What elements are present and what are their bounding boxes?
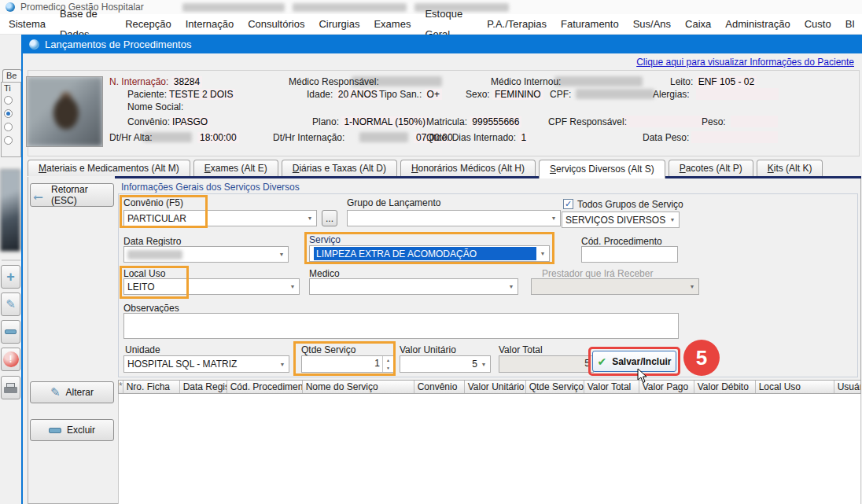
convenio-label: Convênio: [127, 116, 170, 127]
medico-responsavel-label: Médico Responsável: [289, 76, 379, 87]
radio-button[interactable] [4, 96, 13, 105]
grupo-lancamento-select[interactable]: ▼ [347, 210, 561, 226]
convenio-select[interactable]: PARTICULAR▼ [123, 210, 317, 226]
menu-item-p-a-terapias[interactable]: P.A./Terapias [480, 14, 554, 35]
menu-item-consultorios[interactable]: Consultórios [241, 14, 311, 35]
tab-exames-alt-e[interactable]: Exames (Alt E) [193, 160, 278, 176]
grid-column-valor-unitario[interactable]: Valor Unitário [465, 381, 526, 393]
convenio-value: IPASGO [170, 116, 210, 127]
radio-button[interactable] [4, 136, 13, 145]
local-uso-select[interactable]: LEITO▼ [123, 278, 300, 295]
dropdown-arrow-icon[interactable]: ▼ [666, 212, 679, 227]
printer-icon [4, 383, 17, 393]
grupo-servico-select[interactable]: SERVIÇOS DIVERSOS▼ [562, 212, 680, 228]
redacted-value [576, 89, 654, 99]
internacao-value: 38284 [171, 76, 202, 87]
grid-column-cod-procediment[interactable]: Cód. Procediment [227, 381, 303, 393]
mouse-cursor-icon [637, 368, 648, 384]
group-box-title: Informações Gerais dos Serviços Diversos [121, 182, 304, 193]
pencil-icon: ✎ [50, 385, 61, 399]
dropdown-arrow-icon: ▼ [686, 279, 698, 294]
redacted-text [293, 3, 407, 12]
dropdown-arrow-icon[interactable]: ▼ [286, 279, 299, 294]
dropdown-arrow-icon[interactable]: ▼ [477, 356, 490, 372]
window-title: Lançamentos de Procedimentos [45, 39, 191, 50]
add-button[interactable]: + [1, 265, 20, 289]
remove-button[interactable] [1, 320, 20, 344]
menu-item-administracao[interactable]: Administração [718, 14, 797, 35]
menu-item-internacao[interactable]: Internação [179, 14, 241, 35]
menu-item-custo[interactable]: Custo [798, 14, 838, 35]
radio-button-selected[interactable] [4, 109, 13, 118]
menu-item-sus-ans[interactable]: Sus/Ans [626, 14, 678, 35]
tab-diarias-e-taxas-alt-d[interactable]: Diárias e Taxas (Alt D) [282, 160, 397, 176]
background-photo [0, 169, 20, 252]
convenio-f5-label: Convênio (F5) [123, 197, 183, 208]
grupo-servico-value: SERVIÇOS DIVERSOS [565, 215, 665, 226]
spin-up-icon[interactable]: ▲ [383, 356, 393, 364]
cod-procedimento-input[interactable] [581, 246, 678, 263]
peso-label: Peso: [702, 116, 726, 127]
todos-grupos-label: Todos Grupos de Serviço [577, 199, 683, 210]
dropdown-arrow-icon[interactable]: ▼ [276, 356, 289, 372]
grid-header: *Nro. FichaData RegistCód. ProcedimentNo… [118, 380, 861, 394]
unidade-value: HOSPITAL SQL - MATRIZ [127, 359, 237, 370]
grid-column-convenio[interactable]: Convênio [414, 381, 465, 393]
qtde-servico-input[interactable]: 1▲▼ [301, 355, 394, 373]
menu-item-recepcao[interactable]: Recepção [118, 14, 179, 35]
menu-item-cirurgias[interactable]: Cirurgias [311, 14, 367, 35]
grid-body[interactable] [118, 394, 861, 504]
sexo-value: FEMININO [492, 89, 543, 100]
dt-hr-alta-label: Dt/Hr Alta: [109, 132, 153, 143]
grid-column-valor-debito[interactable]: Valor Débito [694, 381, 756, 393]
dropdown-arrow-icon[interactable]: ▼ [505, 279, 518, 294]
grid-column-valor-total[interactable]: Valor Total [584, 381, 639, 393]
retornar-button[interactable]: ←Retornar (ESC) [30, 183, 114, 207]
menu-item-bi[interactable]: BI [838, 14, 862, 35]
grid-column-qtde-servico[interactable]: Qtde Serviço [526, 381, 584, 393]
grid-column-data-regist[interactable]: Data Regist [180, 381, 227, 393]
spin-down-icon[interactable]: ▼ [383, 364, 393, 372]
qtde-dias-label: Qtde. Dias Internado: [426, 132, 516, 143]
tab-kits-alt-k[interactable]: Kits (Alt K) [757, 160, 823, 176]
dropdown-arrow-icon[interactable]: ▼ [304, 211, 316, 226]
dropdown-arrow-icon[interactable]: ▼ [547, 211, 560, 226]
tab-pacotes-alt-p[interactable]: Pacotes (Alt P) [669, 160, 753, 176]
menu-item-sistema[interactable]: Sistema [2, 14, 53, 35]
menu-item-exames[interactable]: Exames [367, 14, 418, 35]
menu-item-caixa[interactable]: Caixa [678, 14, 718, 35]
grid-column-local-uso[interactable]: Local Uso [756, 381, 834, 393]
tab-honorarios-medicos-alt-h[interactable]: Honorários Médicos (Alt H) [400, 160, 536, 176]
dropdown-arrow-icon[interactable]: ▼ [275, 247, 288, 262]
salvar-incluir-button[interactable]: ✔Salvar/Incluir [592, 351, 676, 372]
grid-column-nro-ficha[interactable]: Nro. Ficha [123, 381, 180, 393]
menu-item-faturamento[interactable]: Faturamento [554, 14, 626, 35]
prestador-label: Prestador que Irá Receber [542, 268, 653, 279]
unidade-select[interactable]: HOSPITAL SQL - MATRIZ▼ [123, 355, 289, 373]
background-window-tab[interactable]: Be [2, 69, 22, 82]
divider [2, 259, 20, 261]
convenio-browse-button[interactable]: ... [322, 210, 337, 226]
data-registro-select[interactable]: ▼ [123, 246, 289, 263]
grid-column-usuario[interactable]: Usuário [834, 381, 861, 393]
valor-unitario-value: 5 [472, 359, 477, 370]
edit-button[interactable]: ✎ [1, 292, 20, 316]
grid-column-nome-do-servico[interactable]: Nome do Serviço [303, 381, 414, 393]
window-titlebar: Lançamentos de Procedimentos [23, 35, 862, 53]
valor-unitario-select[interactable]: 5▼ [400, 355, 491, 373]
warning-icon: ! [3, 351, 19, 367]
observacoes-input[interactable] [123, 313, 679, 339]
alert-button[interactable]: ! [1, 348, 20, 371]
excluir-button[interactable]: Excluir [30, 419, 114, 441]
print-button[interactable] [1, 376, 20, 399]
dropdown-arrow-icon[interactable]: ▼ [536, 246, 549, 261]
tab-materiais-e-medicamentos-alt-m[interactable]: Materiais e Medicamentos (Alt M) [28, 160, 190, 176]
radio-button[interactable] [4, 123, 13, 131]
alterar-button[interactable]: ✎Alterar [30, 381, 114, 403]
data-registro-label: Data Registro [123, 236, 181, 247]
medico-select[interactable]: ▼ [309, 278, 518, 295]
todos-grupos-checkbox[interactable]: ✓ [563, 199, 573, 209]
tab-servicos-diversos-alt-s[interactable]: Serviços Diversos (Alt S) [539, 160, 665, 178]
patient-info-link[interactable]: Clique aqui para visualizar Informações … [636, 57, 854, 68]
servico-select[interactable]: LIMPEZA EXTRA DE ACOMODAÇÃO▼ [309, 245, 550, 262]
